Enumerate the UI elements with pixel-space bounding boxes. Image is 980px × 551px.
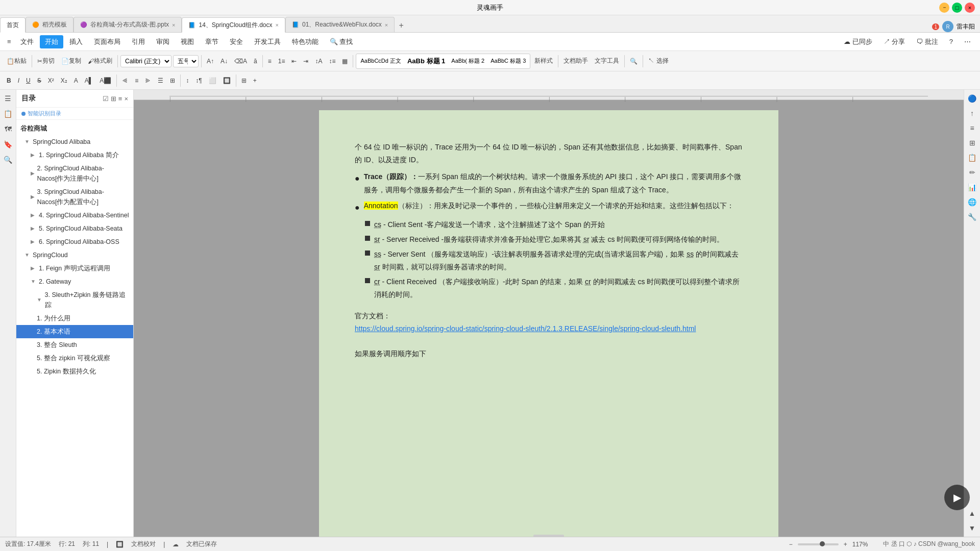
- menu-comment[interactable]: 🗨 批注: [911, 35, 943, 48]
- indent-right-button[interactable]: ⇥: [301, 56, 311, 66]
- underline-button[interactable]: U: [23, 76, 33, 86]
- toc-sleuth-2[interactable]: 2. 基本术语: [16, 325, 133, 338]
- float-video-button[interactable]: ▶: [944, 485, 970, 510]
- font-color-button[interactable]: A: [71, 76, 81, 86]
- smart-toc-button[interactable]: 智能识别目录: [16, 108, 133, 120]
- right-icon-5[interactable]: ✏: [966, 166, 979, 179]
- menu-special[interactable]: 特色功能: [287, 35, 324, 48]
- right-icon-2[interactable]: ≡: [966, 121, 979, 135]
- new-tab-button[interactable]: +: [395, 19, 408, 32]
- toc-springcloud[interactable]: ▼ SpringCloud: [16, 248, 133, 262]
- reactive-close[interactable]: ×: [385, 22, 388, 28]
- right-icon-8[interactable]: 🔧: [966, 210, 979, 223]
- clear-format-button[interactable]: ⌫A: [232, 56, 250, 66]
- menu-more[interactable]: ⋯: [959, 36, 976, 47]
- doc-link[interactable]: https://cloud.spring.io/spring-cloud-sta…: [355, 324, 696, 333]
- preset-normal[interactable]: AaBbCcDd 正文: [358, 57, 403, 65]
- tab-home[interactable]: 首页: [0, 17, 26, 33]
- text-tool-button[interactable]: 文字工具: [592, 55, 622, 67]
- minimize-button[interactable]: －: [939, 3, 949, 13]
- shade-button[interactable]: 🔲: [220, 76, 233, 86]
- menu-sync[interactable]: ☁ 已同步: [839, 35, 877, 48]
- menu-file[interactable]: 文件: [15, 35, 39, 48]
- align-center-button[interactable]: ≡: [132, 76, 141, 86]
- right-icon-4[interactable]: 📋: [966, 151, 979, 164]
- maximize-button[interactable]: □: [952, 3, 962, 13]
- pinyin-button[interactable]: ā: [251, 56, 260, 66]
- toc-alibaba-1[interactable]: ▶ 1. SpringCloud Alibaba 简介: [16, 148, 133, 162]
- spacing-button[interactable]: ↕≡: [326, 56, 338, 66]
- toc-alibaba-2[interactable]: ▶ 2. SpringCloud Alibaba-Nacos[作为注册中心]: [16, 162, 133, 185]
- subscript-button[interactable]: X₂: [58, 76, 70, 86]
- zoom-out-button[interactable]: −: [789, 541, 793, 548]
- right-icon-6[interactable]: 📊: [966, 181, 979, 194]
- toc-sleuth[interactable]: ▼ 3. Sleuth+Zipkin 服务链路追踪: [16, 288, 133, 312]
- toc-gateway[interactable]: ▼ 2. Gateway: [16, 275, 133, 288]
- menu-insert[interactable]: 插入: [64, 35, 88, 48]
- sort-button[interactable]: ↕A: [312, 56, 325, 66]
- menu-help[interactable]: ?: [944, 36, 958, 47]
- justify-button[interactable]: ☰: [155, 76, 166, 86]
- right-icon-bottom2[interactable]: ▼: [966, 521, 979, 535]
- sidebar-grid-icon[interactable]: ⊞: [111, 95, 116, 103]
- tab-template[interactable]: 🟠 稻壳模板: [26, 17, 74, 32]
- menu-ref[interactable]: 引用: [127, 35, 150, 48]
- official-doc-link[interactable]: https://cloud.spring.io/spring-cloud-sta…: [355, 322, 743, 335]
- left-icon-bookmark[interactable]: 🔖: [2, 138, 15, 151]
- toc-alibaba-3[interactable]: ▶ 3. SpringCloud Alibaba-Nacos[作为配置中心]: [16, 185, 133, 209]
- align-button[interactable]: ▦: [339, 56, 350, 66]
- right-icon-7[interactable]: 🌐: [966, 195, 979, 209]
- menu-hamburger[interactable]: ≡: [4, 36, 14, 47]
- font-bg-button[interactable]: A⬛: [97, 76, 114, 86]
- font-shrink-button[interactable]: A↓: [218, 56, 230, 66]
- superscript-button[interactable]: X²: [45, 76, 57, 86]
- text-assist-button[interactable]: 文档助手: [561, 55, 591, 67]
- table-button[interactable]: ⊞: [239, 76, 249, 86]
- pptx-close[interactable]: ×: [172, 22, 175, 28]
- tab-springcloud[interactable]: 📘 14、SpringCloud组件.docx ×: [182, 17, 285, 33]
- toc-alibaba[interactable]: ▼ SpringCloud Alibaba: [16, 135, 133, 148]
- italic-button[interactable]: I: [15, 76, 22, 86]
- cut-button[interactable]: ✂剪切: [35, 55, 57, 67]
- list-button[interactable]: ≡: [265, 56, 274, 66]
- menu-chapter[interactable]: 章节: [200, 35, 224, 48]
- close-button[interactable]: ×: [965, 3, 975, 13]
- format-paint-button[interactable]: 🖌格式刷: [85, 55, 115, 67]
- left-icon-nav[interactable]: 🗺: [2, 122, 15, 136]
- menu-security[interactable]: 安全: [225, 35, 248, 48]
- menu-dev[interactable]: 开发工具: [249, 35, 286, 48]
- find-button[interactable]: 🔍: [627, 56, 640, 66]
- menu-review[interactable]: 审阅: [151, 35, 175, 48]
- toc-sleuth-1[interactable]: 1. 为什么用: [16, 312, 133, 325]
- menu-search[interactable]: 🔍 查找: [325, 35, 358, 48]
- sidebar-close-icon[interactable]: ×: [124, 95, 128, 103]
- toc-alibaba-4[interactable]: ▶ 4. SpringCloud Alibaba-Sentinel: [16, 209, 133, 222]
- left-icon-menu[interactable]: ☰: [2, 92, 15, 105]
- right-icon-1[interactable]: ↑: [966, 107, 979, 120]
- bold-button[interactable]: B: [4, 76, 14, 86]
- sidebar-check-icon[interactable]: ☑: [103, 95, 109, 103]
- preset-h2[interactable]: AaBb( 标题 2: [449, 57, 486, 65]
- para-spacing-button[interactable]: ↕¶: [193, 76, 204, 86]
- toc-sleuth-5a[interactable]: 5. 整合 zipkin 可视化观察: [16, 352, 133, 365]
- springcloud-close[interactable]: ×: [276, 22, 279, 28]
- highlight-button[interactable]: A▌: [82, 76, 96, 86]
- select-button[interactable]: ↖ 选择: [646, 55, 671, 67]
- right-icon-3[interactable]: ⊞: [966, 136, 979, 149]
- distributed-button[interactable]: ⊞: [167, 76, 178, 86]
- toc-sleuth-3[interactable]: 3. 整合 Sleuth: [16, 338, 133, 352]
- right-icon-bottom1[interactable]: ▲: [966, 507, 979, 520]
- insert-button[interactable]: +: [251, 76, 259, 86]
- menu-share[interactable]: ↗ 分享: [878, 35, 911, 48]
- right-icon-nav[interactable]: 🔵: [966, 92, 979, 105]
- toc-alibaba-6[interactable]: ▶ 6. SpringCloud Alibaba-OSS: [16, 235, 133, 248]
- preset-h1[interactable]: AaBb 标题 1: [405, 56, 447, 66]
- size-selector[interactable]: 五号: [173, 55, 199, 67]
- line-spacing-button[interactable]: ↕: [183, 76, 191, 86]
- menu-layout[interactable]: 页面布局: [89, 35, 126, 48]
- tab-pptx[interactable]: 🟣 谷粒商城-分布式高级-图.pptx ×: [74, 17, 182, 32]
- status-compare[interactable]: 文档校对: [131, 540, 156, 548]
- strikethrough-button[interactable]: S̶: [35, 76, 44, 86]
- font-grow-button[interactable]: A↑: [204, 56, 216, 66]
- sidebar-list-icon[interactable]: ≡: [118, 95, 122, 103]
